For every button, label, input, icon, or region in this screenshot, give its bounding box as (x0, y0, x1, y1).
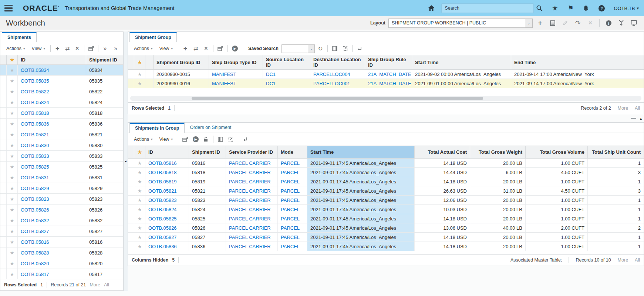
panel-splitter-horizontal[interactable]: ▴ (128, 114, 644, 122)
star-icon[interactable]: ★ (10, 132, 14, 137)
shipment-in-group-row[interactable]: ★ OOTB.05836 05836 PARCEL CARRIER PARCEL… (128, 242, 644, 251)
service-provider-link[interactable]: PARCEL CARRIER (229, 244, 271, 249)
shipment-in-group-row[interactable]: ★ OOTB.05819 05819 PARCEL CARRIER PARCEL… (128, 177, 644, 186)
detach-icon[interactable] (181, 135, 190, 144)
shipment-in-group-row[interactable]: ★ OOTB.05823 05823 PARCEL CARRIER PARCEL… (128, 196, 644, 205)
shipment-group-row[interactable]: ★ 20200930-0016 MANIFEST DC1 PARCELLOC00… (128, 79, 644, 88)
delete-layout-button[interactable]: × (585, 18, 596, 28)
shipment-row[interactable]: ★ OOTB.05831 05831 (0, 172, 123, 183)
shipment-row[interactable]: ★ OOTB.05823 05823 (0, 194, 123, 204)
row-selector[interactable] (0, 140, 7, 150)
home-icon[interactable] (426, 3, 437, 14)
service-provider-link[interactable]: PARCEL CARRIER (229, 170, 271, 175)
col-header-ship-group-rule-id[interactable]: Ship Group Rule ID (365, 55, 412, 69)
shipment-row[interactable]: ★ OOTB.05820 05820 (0, 258, 123, 269)
row-selector[interactable] (128, 196, 134, 204)
row-selector[interactable] (0, 258, 7, 269)
col-header-total-gross-weight[interactable]: Total Gross Weight (470, 146, 526, 158)
shipment-row[interactable]: ★ OOTB.05816 05816 (0, 237, 123, 247)
star-icon[interactable]: ★ (10, 100, 14, 105)
user-menu[interactable]: OOTB.TB ▾ (614, 6, 639, 11)
star-icon[interactable]: ★ (138, 149, 142, 155)
col-header-ship-group-type-id[interactable]: Ship Group Type ID (209, 55, 263, 69)
shipment-row[interactable]: ★ OOTB.05822 05822 (0, 86, 123, 97)
star-icon[interactable]: ★ (10, 153, 14, 159)
tab-orders-on-shipment[interactable]: Orders on Shipment (185, 122, 236, 133)
star-icon[interactable]: ★ (138, 160, 142, 166)
row-selector[interactable] (128, 214, 134, 223)
ship-group-rule-link[interactable]: 21A_MATCH_DATE (368, 71, 411, 77)
row-selector[interactable] (0, 86, 7, 97)
actions-menu[interactable]: Actions▾ (131, 137, 156, 142)
service-provider-link[interactable]: PARCEL CARRIER (229, 179, 271, 184)
row-selector[interactable] (0, 108, 7, 118)
star-icon[interactable]: ★ (138, 225, 142, 231)
star-icon[interactable]: ★ (10, 186, 14, 191)
mode-link[interactable]: PARCEL (281, 188, 300, 194)
swap-icon[interactable]: ⇄ (191, 44, 200, 53)
go-icon[interactable]: ▶ (230, 44, 240, 53)
row-selector[interactable] (0, 76, 7, 86)
redo-icon[interactable]: ↷ (573, 18, 583, 28)
expand-icon[interactable] (226, 135, 236, 144)
star-icon[interactable]: ★ (10, 164, 14, 170)
col-header-id[interactable]: ID (145, 146, 189, 158)
shipment-row[interactable]: ★ OOTB.05824 05824 (0, 97, 123, 108)
bell-icon[interactable] (580, 3, 591, 14)
star-icon[interactable]: ★ (10, 57, 14, 63)
mode-link[interactable]: PARCEL (281, 244, 300, 249)
star-icon[interactable]: ★ (138, 60, 142, 65)
row-selector[interactable] (0, 204, 7, 215)
shipment-row[interactable]: ★ OOTB.05818 05818 (0, 108, 123, 119)
star-icon[interactable]: ★ (10, 78, 14, 84)
shipment-row[interactable]: ★ OOTB.05826 05826 (0, 204, 123, 215)
col-header-end-time[interactable]: End Time (511, 55, 644, 69)
shipment-id-link[interactable]: OOTB.05835 (21, 78, 49, 84)
more-link[interactable]: More (90, 282, 100, 287)
row-selector[interactable] (0, 129, 7, 140)
col-header-source-location-id[interactable]: Source Location ID (263, 55, 310, 69)
row-selector[interactable] (0, 194, 7, 204)
star-icon[interactable]: ★ (10, 261, 14, 266)
star-icon[interactable]: ★ (10, 67, 14, 73)
col-header-shipment-id[interactable]: Shipment ID (189, 146, 226, 158)
shipment-row[interactable]: ★ OOTB.05833 05833 (0, 151, 123, 162)
star-icon[interactable]: ★ (138, 207, 142, 212)
star-icon[interactable]: ★ (138, 188, 142, 194)
col-header-total-gross-volume[interactable]: Total Gross Volume (526, 146, 588, 158)
view-menu[interactable]: View▾ (156, 46, 176, 51)
star-icon[interactable]: ★ (10, 110, 14, 116)
favorites-star-icon[interactable]: ★ (549, 3, 560, 14)
swap-icon[interactable]: ⇄ (63, 44, 72, 53)
service-provider-link[interactable]: PARCEL CARRIER (229, 207, 271, 212)
shipment-in-group-row[interactable]: ★ OOTB.05821 05821 PARCEL CARRIER PARCEL… (128, 186, 644, 196)
shipment-row[interactable]: ★ OOTB.05830 05830 (0, 140, 123, 151)
row-selector[interactable] (0, 269, 7, 279)
shipment-id-link[interactable]: OOTB.05819 (148, 179, 177, 184)
row-selector[interactable] (128, 223, 134, 232)
close-icon[interactable]: × (201, 44, 211, 53)
mode-link[interactable]: PARCEL (281, 216, 300, 222)
row-selector[interactable] (128, 186, 134, 195)
source-location-link[interactable]: DC1 (266, 71, 276, 77)
shipment-in-group-row[interactable]: ★ OOTB.05818 05818 PARCEL CARRIER PARCEL… (128, 168, 644, 177)
hamburger-icon[interactable] (4, 4, 13, 12)
mode-link[interactable]: PARCEL (281, 235, 300, 240)
row-selector[interactable] (0, 226, 7, 236)
shipment-id-link[interactable]: OOTB.05834 (21, 67, 49, 73)
row-selector[interactable] (128, 70, 134, 79)
shipment-id-link[interactable]: OOTB.05821 (148, 188, 177, 194)
all-link[interactable]: All (635, 106, 640, 111)
expand-icon[interactable] (340, 44, 350, 53)
col-header-total-actual-cost[interactable]: Total Actual Cost (415, 146, 470, 158)
search-icon[interactable] (534, 3, 545, 14)
shipment-id-link[interactable]: OOTB.05823 (21, 196, 49, 202)
grid-icon[interactable] (216, 135, 225, 144)
collapse-up-icon[interactable]: ▴ (640, 116, 642, 120)
col-header-mode[interactable]: Mode (278, 146, 307, 158)
star-icon[interactable]: ★ (138, 244, 142, 249)
shipment-id-link[interactable]: OOTB.05823 (148, 197, 177, 203)
shipment-row[interactable]: ★ OOTB.05832 05832 (0, 215, 123, 226)
destination-location-link[interactable]: PARCELLOC004 (313, 71, 350, 77)
col-header-service-provider-id[interactable]: Service Provider ID (226, 146, 278, 158)
